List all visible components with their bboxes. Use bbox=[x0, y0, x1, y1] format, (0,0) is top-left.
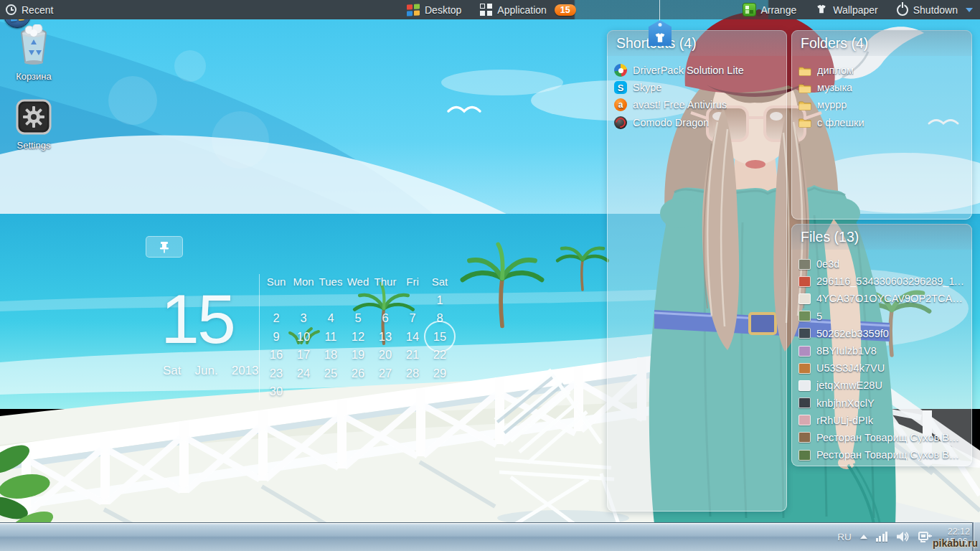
file-label: 4YCA37O1OYCAV9OP2TCAOERV... bbox=[816, 293, 965, 304]
file-thumbnail-icon bbox=[798, 276, 811, 287]
file-thumbnail-icon bbox=[798, 380, 811, 391]
calendar-day-cell bbox=[372, 291, 399, 310]
tshirt-icon bbox=[815, 4, 828, 17]
file-thumbnail-icon bbox=[798, 328, 811, 339]
shortcut-item[interactable]: DriverPack Solution Lite bbox=[614, 62, 780, 79]
calendar-day-headers: SunMonTuesWedThurFriSat bbox=[263, 273, 453, 291]
file-item[interactable]: jetqXmwE28U bbox=[798, 377, 965, 394]
file-item[interactable]: ppS0bJW664Y bbox=[798, 463, 965, 466]
calendar-day-cell bbox=[426, 382, 453, 401]
calendar-day-cell: 11 bbox=[317, 328, 344, 347]
calendar-month: Jun. bbox=[195, 364, 218, 378]
shortcut-item[interactable]: avast! Free Antivirus bbox=[614, 96, 780, 113]
calendar-day-cell: 23 bbox=[263, 364, 290, 383]
pushpin-icon bbox=[159, 241, 170, 253]
file-label: U53S3J4k7VU bbox=[816, 362, 885, 374]
calendar-day-header: Thur bbox=[372, 273, 399, 291]
files-panel-title[interactable]: Files (13) bbox=[791, 224, 972, 250]
network-signal-icon[interactable] bbox=[876, 532, 888, 542]
folder-item[interactable]: диплом bbox=[798, 62, 965, 79]
file-label: 5 bbox=[816, 311, 822, 322]
calendar-day-header: Mon bbox=[290, 273, 317, 291]
folder-icon bbox=[798, 98, 811, 111]
wallpaper-label: Wallpaper bbox=[833, 4, 878, 16]
file-thumbnail-icon bbox=[798, 397, 811, 408]
calendar-day-cell bbox=[399, 291, 426, 310]
desktop-icon-settings[interactable]: Settings bbox=[1, 99, 66, 151]
shutdown-menu[interactable]: Shutdown bbox=[897, 4, 973, 16]
arrange-menu[interactable]: Arrange bbox=[743, 4, 796, 16]
folder-label: диплом bbox=[817, 65, 854, 76]
calendar-day-cell: 27 bbox=[372, 364, 399, 383]
calendar-day-cell: 3 bbox=[290, 309, 317, 328]
calendar-day-cell bbox=[317, 291, 344, 310]
calendar-day-cell: 13 bbox=[372, 328, 399, 347]
folder-item[interactable]: с флешки bbox=[798, 114, 965, 131]
folders-panel: Folders (4) диплом музыка bbox=[791, 30, 972, 220]
calendar-day-header: Tues bbox=[317, 273, 344, 291]
file-item[interactable]: 0e3d bbox=[798, 255, 965, 273]
wallpaper-menu[interactable]: Wallpaper bbox=[815, 4, 878, 17]
calendar-day-header: Sat bbox=[426, 273, 453, 291]
desktop-menu[interactable]: Desktop bbox=[407, 4, 461, 16]
recent-menu[interactable]: Recent bbox=[6, 4, 53, 16]
calendar-day-cell: 9 bbox=[263, 328, 290, 347]
hidden-icons-arrow[interactable] bbox=[860, 534, 867, 539]
file-thumbnail-icon bbox=[798, 415, 811, 425]
folder-label: муррр bbox=[817, 99, 847, 110]
shortcut-item[interactable]: Comodo Dragon bbox=[614, 114, 780, 131]
recycle-bin-icon bbox=[15, 24, 52, 66]
skype-icon bbox=[614, 81, 627, 94]
calendar-day-cell: 26 bbox=[344, 364, 372, 383]
chevron-down-icon[interactable] bbox=[966, 8, 973, 12]
file-item[interactable]: Ресторан Товарищ Сухов Влади... bbox=[798, 429, 965, 446]
file-item[interactable]: 50262eb3359f0 bbox=[798, 325, 965, 342]
volume-icon[interactable] bbox=[896, 531, 910, 542]
shortcut-label: Skype bbox=[633, 82, 661, 93]
calendar-week-row: 9101112131415 bbox=[263, 328, 453, 347]
application-menu[interactable]: Application 15 bbox=[480, 4, 575, 16]
desktop-screen: Recent Desktop Application 15 Arrange bbox=[0, 0, 980, 551]
calendar-week-row: 16171819202122 bbox=[263, 346, 453, 364]
file-item[interactable]: Ресторан Товарищ Сухов Влади... bbox=[798, 446, 965, 463]
calendar-day-cell: 1 bbox=[426, 291, 453, 310]
desktop-icon-recycle-bin[interactable]: Корзина bbox=[1, 24, 66, 82]
network-plug-icon[interactable] bbox=[918, 531, 932, 543]
folders-panel-title[interactable]: Folders (4) bbox=[791, 30, 972, 56]
folder-icon bbox=[798, 64, 811, 77]
avast-icon bbox=[614, 98, 627, 111]
folder-label: с флешки bbox=[817, 117, 864, 128]
file-thumbnail-icon bbox=[798, 432, 811, 443]
file-label: 50262eb3359f0 bbox=[816, 328, 889, 339]
taskbar bbox=[0, 522, 980, 551]
file-item[interactable]: knbjhnXqclY bbox=[798, 395, 965, 412]
file-thumbnail-icon bbox=[798, 259, 811, 270]
file-item[interactable]: 5 bbox=[798, 308, 965, 325]
file-item[interactable]: rRhULj-dPIk bbox=[798, 412, 965, 429]
application-label: Application bbox=[497, 4, 547, 16]
language-indicator[interactable]: RU bbox=[837, 532, 852, 542]
calendar-day-cell: 22 bbox=[426, 346, 453, 364]
calendar-day-cell: 24 bbox=[290, 364, 317, 383]
application-grid-icon bbox=[480, 4, 492, 16]
calendar-day-header: Sun bbox=[263, 273, 290, 291]
calendar-day-cell: 15 bbox=[426, 328, 453, 347]
calendar-day-header: Fri bbox=[399, 273, 426, 291]
settings-label: Settings bbox=[1, 140, 66, 151]
file-label: knbjhnXqclY bbox=[816, 397, 875, 409]
file-item[interactable]: 296116_534330603296289_11775... bbox=[798, 273, 965, 290]
calendar-pin-button[interactable] bbox=[146, 236, 183, 258]
folder-item[interactable]: музыка bbox=[798, 79, 965, 96]
file-label: 8BYIulzb1V8 bbox=[816, 345, 877, 357]
windows-flag-icon bbox=[407, 4, 420, 16]
shortcut-item[interactable]: Skype bbox=[614, 79, 780, 96]
file-item[interactable]: 4YCA37O1OYCAV9OP2TCAOERV... bbox=[798, 290, 965, 307]
file-item[interactable]: U53S3J4k7VU bbox=[798, 359, 965, 377]
file-item[interactable]: 8BYIulzb1V8 bbox=[798, 342, 965, 359]
shortcuts-panel-title[interactable]: Shortcuts (4) bbox=[607, 30, 787, 56]
calendar-day-cell: 20 bbox=[372, 346, 399, 364]
shortcut-label: DriverPack Solution Lite bbox=[633, 65, 744, 76]
file-label: Ресторан Товарищ Сухов Влади... bbox=[816, 449, 965, 461]
folder-item[interactable]: муррр bbox=[798, 96, 965, 113]
file-thumbnail-icon bbox=[798, 450, 811, 461]
